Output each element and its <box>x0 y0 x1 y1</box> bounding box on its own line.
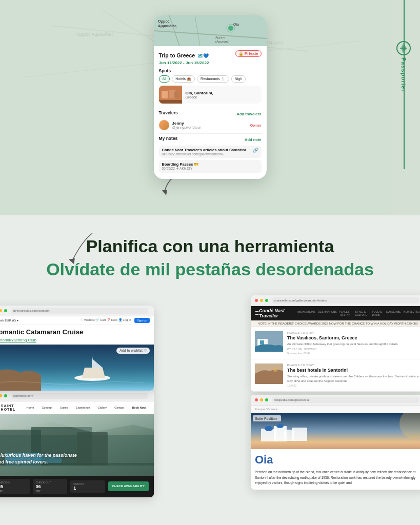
gyg-url: getyourguide.com/santorini <box>11 308 148 314</box>
gyg-content: English EUR (€) ▾ ♡ Wishlist 🛒 Cart ❓ He… <box>0 316 154 391</box>
spot-info: Oia, Santorini, Greece <box>186 89 215 100</box>
dot-green <box>4 309 7 312</box>
check-availability-button[interactable]: CHECK AVAILABILITY <box>108 481 149 492</box>
checkout-field[interactable]: CHECK-OUT 06 Nov <box>33 479 68 494</box>
svg-rect-41 <box>260 340 264 345</box>
svg-point-43 <box>273 368 277 372</box>
svg-text:Suite Position: Suite Position <box>255 417 277 420</box>
hotel-nav-book[interactable]: Book Now <box>132 406 146 409</box>
cn-article2-date: 15.6.22 <box>287 384 420 387</box>
traveler-avatar <box>159 120 169 130</box>
saint-url: sainthotel.com <box>11 393 148 399</box>
cn-menu-destinations[interactable]: DESTINATIONS <box>318 310 337 316</box>
guests-val: 1 <box>73 486 102 491</box>
svg-text:Αμμουδιάς: Αμμουδιάς <box>158 24 176 28</box>
catamaran-subtitle[interactable]: Santorini/Yachting Club <box>0 338 154 345</box>
dot-green3 <box>265 299 268 302</box>
spot-image <box>159 86 182 104</box>
catamaran-image: Add to wishlist ♡ <box>0 345 154 391</box>
hotel-nav-concept[interactable]: Concept <box>42 406 52 409</box>
note-card-1[interactable]: 🔗 Conde Nast Traveler's articles about S… <box>159 146 262 158</box>
hotel-tagline1: A luxurious haven for the passionate <box>0 453 77 458</box>
hotel-tagline2: and free spirited lovers. <box>0 459 48 465</box>
checkin-val: 05 <box>0 484 27 489</box>
note1-title: Conde Nast Traveler's articles about San… <box>162 148 258 152</box>
cn-url: cntraveller.com/gallery/santorini-hotels <box>272 297 419 304</box>
saint-hotel-browser: sainthotel.com SAINTHOTEL Home Concept S… <box>0 391 154 497</box>
trip-icons: 🗺️💙 <box>197 53 209 58</box>
gyg-browser-bar: getyourguide.com/santorini <box>0 306 154 316</box>
hotel-nav-suites[interactable]: Suites <box>60 406 68 409</box>
hotel-logo: SAINTHOTEL <box>0 403 18 412</box>
spot-location: Greece <box>186 95 213 99</box>
chip-restaurants[interactable]: Restaurants 🍴 <box>197 75 229 83</box>
cn-article2-cat: PLACES TO STAY <box>287 364 420 367</box>
oia-url: wikipedia.com/greece/oia <box>272 397 419 403</box>
oia-title: Oia <box>255 453 420 467</box>
add-travelers-link[interactable]: Add travelers <box>237 112 262 116</box>
spot-card[interactable]: Oia, Santorini, Greece <box>159 86 262 104</box>
chip-all[interactable]: All <box>159 75 170 83</box>
divider1 <box>159 108 262 108</box>
cntraveller-browser: cntraveller.com/gallery/santorini-hotels… <box>251 295 420 392</box>
cn-menu-places[interactable]: PLACES TO STAY <box>339 310 353 316</box>
checkin-field[interactable]: CHECK-IN 05 Nov <box>0 479 30 494</box>
cn-menu-food[interactable]: FOOD & DRINK <box>372 310 384 316</box>
cn-menu-inspiration[interactable]: INSPIRATIONS <box>297 310 315 316</box>
chip-night[interactable]: Nigh <box>231 75 246 83</box>
svg-rect-48 <box>292 428 307 441</box>
hotel-nav: SAINTHOTEL Home Concept Suites Experienc… <box>0 401 154 414</box>
trip-dates: Jun 11/2022 - Jun 15/2022 <box>159 60 262 65</box>
cn-menu-subscribe[interactable]: SUBSCRIBE <box>386 310 401 316</box>
cn-menu-style[interactable]: STYLE & CULTURE <box>355 310 370 316</box>
svg-text:Αρμένι: Αρμένι <box>215 36 225 39</box>
hotel-nav-gallery[interactable]: Gallery <box>98 406 107 409</box>
left-arrow <box>56 231 97 269</box>
phone-map: Όρμος Αμμουδιάς Oia Αρμένι (Αρμγχάν) <box>154 15 267 46</box>
checkin-sub: Nov <box>0 489 27 492</box>
traveler-row: Jenny @jennysworldtour Owner <box>159 120 262 130</box>
cn-browser-bar: cntraveller.com/gallery/santorini-hotels <box>251 295 420 306</box>
gyg-browser: getyourguide.com/santorini English EUR (… <box>0 306 154 391</box>
guests-field[interactable]: GUESTS 1 <box>70 480 105 493</box>
signup-button[interactable]: Sign up <box>134 318 150 323</box>
svg-rect-20 <box>162 91 168 98</box>
cn-article1-image <box>255 331 283 352</box>
phone-mockup: Όρμος Αμμουδιάς Oia Αρμένι (Αρμγχάν) Tri… <box>154 15 267 179</box>
gyg-nav: English EUR (€) ▾ ♡ Wishlist 🛒 Cart ❓ He… <box>0 316 154 325</box>
cn-content: ☰ Condé Nast Traveller INSPIRATIONS DEST… <box>251 306 420 392</box>
note-card-2[interactable]: Boarding Passes 🎫 05/05/22 ✈ AKHJSY <box>159 160 262 173</box>
svg-point-49 <box>265 426 273 431</box>
traveler-handle: @jennysworldtour <box>172 126 247 129</box>
cn-article2-title: The best hotels in Santorini <box>287 368 420 374</box>
gyg-nav-left: English EUR (€) ▾ <box>0 318 18 322</box>
cn-banner: VOTE IN THE READERS' CHOICE AWARDS 2022 … <box>251 320 420 327</box>
cn-logo: Condé Nast Traveller <box>259 308 297 318</box>
svg-marker-27 <box>69 258 75 264</box>
hotel-nav-home[interactable]: Home <box>27 406 34 409</box>
cn-menu-newsletter[interactable]: NEWSLETTER <box>404 310 420 316</box>
svg-point-12 <box>228 26 233 31</box>
notes-label: My notes <box>159 136 178 141</box>
chip-hotels[interactable]: Hotels 🏨 <box>172 75 195 83</box>
trip-header: Trip to Greece 🗺️💙 🔒 Private <box>159 50 262 59</box>
trip-title: Trip to Greece <box>159 52 195 58</box>
cn-article-2[interactable]: PLACES TO STAY The best hotels in Santor… <box>251 359 420 392</box>
wishlist-button[interactable]: Add to wishlist ♡ <box>116 348 150 354</box>
dot-green4 <box>265 398 268 401</box>
cn-article-1[interactable]: PLACES TO STAY The Vasilicos, Santorini,… <box>251 327 420 359</box>
oia-body: Oia Perched on the northern tip of the i… <box>251 449 420 490</box>
hotel-nav-experience[interactable]: Experience <box>76 406 90 409</box>
hotel-image: A luxurious haven for the passionate and… <box>0 414 154 476</box>
private-badge: 🔒 Private <box>235 50 262 57</box>
booking-bar: CHECK-IN 05 Nov CHECK-OUT 06 Nov GUESTS … <box>0 476 154 497</box>
notes-section-header: My notes Add note <box>159 136 262 143</box>
hotel-nav-contact[interactable]: Contact <box>114 406 124 409</box>
add-note-link[interactable]: Add note <box>245 137 262 142</box>
cn-article2-image <box>255 364 283 384</box>
oia-breadcrumb[interactable]: Europe / Greece <box>255 408 277 411</box>
dot-red3 <box>255 299 258 302</box>
dot-red4 <box>255 398 258 401</box>
svg-text:Oia: Oia <box>233 23 239 26</box>
note1-meta: 04/05/22 cntraveller.com/gallery/santori… <box>162 152 258 156</box>
